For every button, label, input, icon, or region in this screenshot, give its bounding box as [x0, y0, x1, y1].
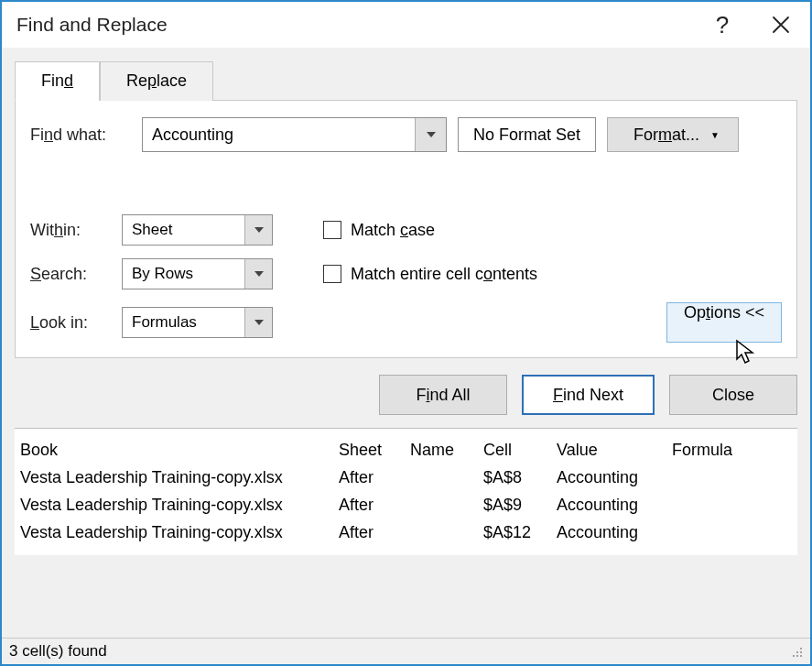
cell-value: Accounting [557, 464, 672, 491]
lookin-value: Formulas [123, 313, 244, 332]
format-button-label: Format... [633, 126, 699, 145]
svg-point-2 [800, 651, 802, 653]
col-book[interactable]: Book [20, 436, 339, 464]
within-label: Within: [30, 221, 114, 240]
cell-cell: $A$8 [483, 464, 557, 491]
status-text: 3 cell(s) found [9, 642, 107, 661]
find-panel: Find what: No Format Set Format... ▼ Wit… [15, 100, 797, 358]
no-format-indicator: No Format Set [458, 117, 596, 152]
cell-formula [672, 519, 792, 546]
status-bar: 3 cell(s) found [2, 638, 810, 664]
dialog-title: Find and Replace [16, 14, 168, 36]
table-row[interactable]: Vesta Leadership Training-copy.xlsxAfter… [20, 491, 792, 519]
action-buttons: Find All Find Next Close [15, 358, 797, 428]
lookin-label: Look in: [30, 313, 114, 333]
search-select[interactable]: By Rows [122, 258, 273, 289]
cell-cell: $A$12 [483, 519, 557, 546]
table-row[interactable]: Vesta Leadership Training-copy.xlsxAfter… [20, 519, 792, 546]
col-sheet[interactable]: Sheet [339, 436, 410, 464]
find-what-input[interactable] [143, 120, 415, 150]
cell-sheet: After [339, 464, 410, 491]
tab-find[interactable]: Find [15, 61, 100, 101]
col-cell[interactable]: Cell [483, 436, 557, 464]
tab-replace[interactable]: Replace [100, 61, 213, 101]
results-table[interactable]: Book Sheet Name Cell Value Formula Vesta… [15, 428, 797, 555]
svg-point-4 [796, 655, 798, 657]
cell-sheet: After [339, 491, 410, 519]
caret-down-icon: ▼ [710, 130, 720, 140]
match-case-checkbox[interactable] [323, 221, 341, 239]
content-area: Find Replace Find what: No Format Set Fo… [2, 48, 810, 638]
format-button[interactable]: Format... ▼ [607, 117, 739, 152]
close-window-button[interactable] [763, 6, 799, 43]
titlebar-actions: ? [704, 6, 799, 43]
chevron-down-icon [254, 320, 264, 325]
col-value[interactable]: Value [557, 436, 672, 464]
cell-name [410, 519, 483, 546]
col-name[interactable]: Name [410, 436, 483, 464]
cell-cell: $A$9 [483, 491, 557, 519]
search-value: By Rows [123, 265, 244, 283]
find-all-button[interactable]: Find All [379, 375, 507, 415]
find-what-dropdown[interactable] [415, 118, 446, 151]
lookin-dropdown[interactable] [244, 308, 272, 337]
cell-name [410, 464, 483, 491]
cell-value: Accounting [557, 519, 672, 546]
col-formula[interactable]: Formula [672, 436, 792, 464]
cell-sheet: After [339, 519, 410, 546]
titlebar: Find and Replace ? [2, 2, 810, 48]
match-entire-label: Match entire cell contents [351, 265, 537, 284]
cell-name [410, 491, 483, 519]
find-what-row: Find what: No Format Set Format... ▼ [30, 117, 782, 152]
cell-formula [672, 491, 792, 519]
match-entire-checkbox[interactable] [323, 265, 341, 283]
svg-point-3 [793, 655, 795, 657]
cell-formula [672, 464, 792, 491]
find-what-label: Find what: [30, 126, 131, 145]
svg-point-0 [800, 648, 802, 650]
resize-grip[interactable] [790, 645, 803, 658]
close-button[interactable]: Close [669, 375, 797, 415]
cell-book: Vesta Leadership Training-copy.xlsx [20, 519, 339, 546]
within-dropdown[interactable] [244, 215, 272, 245]
tabs: Find Replace [15, 61, 797, 101]
help-button[interactable]: ? [704, 6, 741, 43]
within-value: Sheet [123, 221, 244, 239]
match-case-label: Match case [351, 221, 435, 240]
chevron-down-icon [254, 227, 264, 233]
svg-point-1 [796, 651, 798, 653]
options-button[interactable]: Options << [666, 302, 782, 343]
cell-book: Vesta Leadership Training-copy.xlsx [20, 491, 339, 519]
svg-point-5 [800, 655, 802, 657]
search-dropdown[interactable] [244, 259, 272, 289]
close-icon [772, 16, 790, 34]
lookin-select[interactable]: Formulas [122, 307, 273, 338]
chevron-down-icon [427, 132, 436, 137]
table-row[interactable]: Vesta Leadership Training-copy.xlsxAfter… [20, 464, 792, 491]
cell-value: Accounting [557, 491, 672, 519]
cell-book: Vesta Leadership Training-copy.xlsx [20, 464, 339, 491]
find-next-button[interactable]: Find Next [522, 375, 655, 415]
search-label: Search: [30, 265, 114, 284]
results-header: Book Sheet Name Cell Value Formula [20, 436, 792, 464]
within-select[interactable]: Sheet [122, 214, 273, 246]
chevron-down-icon [254, 271, 264, 277]
find-what-input-wrap[interactable] [142, 117, 447, 152]
find-replace-dialog: Find and Replace ? Find Replace Find wha… [0, 0, 812, 666]
